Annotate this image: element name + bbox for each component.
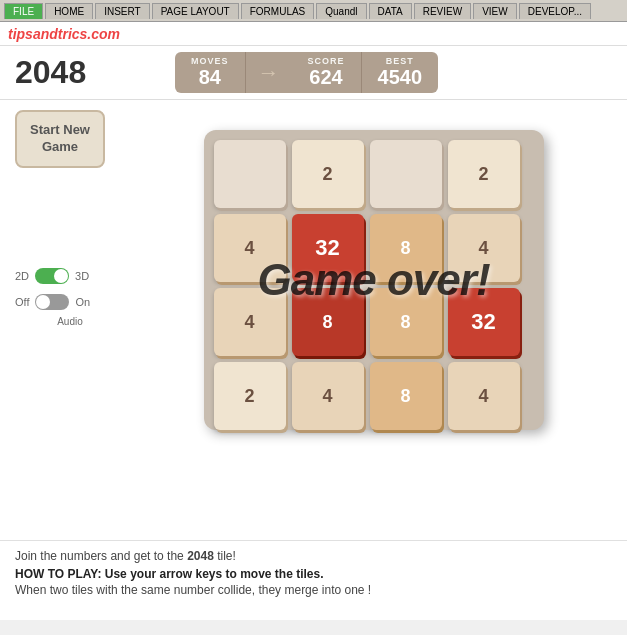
footer-line3: When two tiles with the same number coll… — [15, 583, 612, 597]
header-row: 2048 MOVES 84 → SCORE 624 BEST 4540 — [0, 46, 627, 100]
tile-r0c2 — [370, 140, 442, 208]
3d-toggle[interactable] — [35, 268, 69, 284]
moves-label: MOVES — [191, 56, 229, 66]
audio-toggle-knob — [36, 295, 50, 309]
on-label: On — [75, 296, 90, 308]
off-label: Off — [15, 296, 29, 308]
audio-label: Audio — [57, 316, 83, 327]
footer-line1: Join the numbers and get to the 2048 til… — [15, 549, 612, 563]
score-stat: SCORE 624 — [292, 52, 362, 93]
watermark: tipsandtrics.com — [0, 22, 627, 46]
moves-stat: MOVES 84 — [175, 52, 246, 93]
browser-toolbar: FILE HOME INSERT PAGE LAYOUT FORMULAS Qu… — [0, 0, 627, 22]
best-label: BEST — [378, 56, 423, 66]
arrow: → — [246, 52, 292, 93]
watermark-text: tipsandtrics.com — [8, 26, 120, 42]
3d-label: 3D — [75, 270, 89, 282]
stats-container: MOVES 84 → SCORE 624 BEST 4540 — [175, 52, 438, 93]
tile-r0c0 — [214, 140, 286, 208]
tab-formulas[interactable]: FORMULAS — [241, 3, 315, 19]
2d-label: 2D — [15, 270, 29, 282]
tile-r0c3: 2 — [448, 140, 520, 208]
game-over-text: Game over! — [257, 255, 489, 305]
audio-toggle-row: Off On — [15, 294, 125, 310]
tab-insert[interactable]: INSERT — [95, 3, 150, 19]
tab-data[interactable]: DATA — [369, 3, 412, 19]
footer-line2: HOW TO PLAY: Use your arrow keys to move… — [15, 567, 612, 581]
game-over-overlay: Game over! — [257, 255, 489, 305]
tab-page-layout[interactable]: PAGE LAYOUT — [152, 3, 239, 19]
bottom-area: Join the numbers and get to the 2048 til… — [0, 540, 627, 620]
tile-r3c1: 4 — [292, 362, 364, 430]
best-value: 4540 — [378, 66, 423, 89]
tab-view[interactable]: VIEW — [473, 3, 517, 19]
toggle-knob — [54, 269, 68, 283]
tile-r3c3: 4 — [448, 362, 520, 430]
tile-r0c1: 2 — [292, 140, 364, 208]
tab-home[interactable]: HOME — [45, 3, 93, 19]
moves-value: 84 — [191, 66, 229, 89]
score-value: 624 — [308, 66, 345, 89]
game-board-container: 2 2 4 32 8 4 4 8 8 32 2 4 8 4 — [135, 110, 612, 530]
game-board: 2 2 4 32 8 4 4 8 8 32 2 4 8 4 — [194, 120, 554, 440]
2d-3d-toggle-row: 2D 3D — [15, 268, 125, 284]
start-new-game-button[interactable]: Start New Game — [15, 110, 105, 168]
best-stat: BEST 4540 — [362, 52, 439, 93]
footer-highlight: 2048 — [187, 549, 214, 563]
tile-r3c2: 8 — [370, 362, 442, 430]
left-panel: Start New Game 2D 3D Off On Audio — [15, 110, 125, 530]
start-new-game-label: Start New Game — [30, 122, 90, 154]
tab-develop[interactable]: DEVELOP... — [519, 3, 591, 19]
audio-toggle[interactable] — [35, 294, 69, 310]
game-title: 2048 — [15, 54, 115, 91]
tile-r3c0: 2 — [214, 362, 286, 430]
tab-file[interactable]: FILE — [4, 3, 43, 19]
tab-review[interactable]: REVIEW — [414, 3, 471, 19]
tab-quandl[interactable]: Quandl — [316, 3, 366, 19]
score-label: SCORE — [308, 56, 345, 66]
